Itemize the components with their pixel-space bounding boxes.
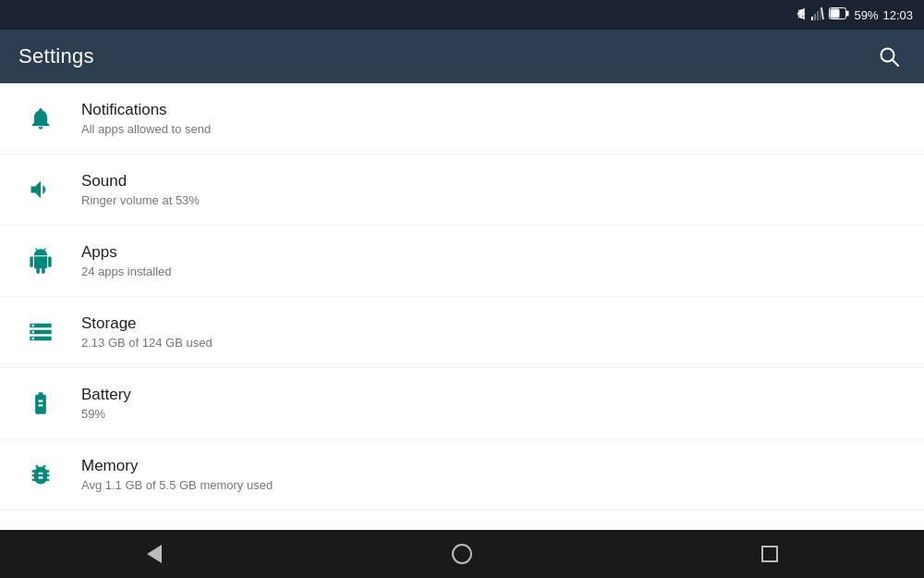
back-button[interactable] bbox=[131, 531, 177, 577]
settings-item-apps[interactable]: Apps 24 apps installed bbox=[0, 226, 924, 297]
back-icon bbox=[147, 545, 162, 563]
bottom-nav bbox=[0, 530, 924, 578]
apps-title: Apps bbox=[81, 243, 902, 262]
memory-icon bbox=[22, 456, 59, 493]
home-button[interactable] bbox=[439, 531, 485, 577]
storage-text: Storage 2.13 GB of 124 GB used bbox=[81, 314, 902, 350]
sound-subtitle: Ringer volume at 53% bbox=[81, 193, 902, 207]
notifications-icon bbox=[22, 100, 59, 137]
apps-text: Apps 24 apps installed bbox=[81, 243, 902, 278]
memory-subtitle: Avg 1.1 GB of 5.5 GB memory used bbox=[81, 478, 902, 492]
battery-title: Battery bbox=[81, 386, 902, 404]
settings-item-memory[interactable]: Memory Avg 1.1 GB of 5.5 GB memory used bbox=[0, 439, 924, 510]
signal-icon bbox=[811, 7, 824, 23]
svg-rect-8 bbox=[831, 9, 840, 18]
svg-rect-2 bbox=[814, 14, 816, 20]
memory-title: Memory bbox=[81, 457, 902, 475]
apps-subtitle: 24 apps installed bbox=[81, 264, 902, 278]
storage-icon bbox=[22, 314, 59, 350]
settings-item-battery[interactable]: Battery 59% bbox=[0, 368, 924, 439]
top-bar: Settings bbox=[0, 30, 924, 83]
svg-rect-7 bbox=[846, 11, 849, 17]
battery-percent: 59% bbox=[854, 8, 878, 22]
svg-line-10 bbox=[893, 60, 899, 67]
time: 12:03 bbox=[882, 8, 913, 22]
settings-item-storage[interactable]: Storage 2.13 GB of 124 GB used bbox=[0, 297, 924, 368]
notifications-text: Notifications All apps allowed to send bbox=[81, 101, 902, 136]
battery-setting-icon bbox=[22, 385, 59, 422]
sound-title: Sound bbox=[81, 172, 902, 191]
settings-list: Notifications All apps allowed to send S… bbox=[0, 83, 924, 578]
battery-text: Battery 59% bbox=[81, 386, 902, 421]
storage-title: Storage bbox=[81, 314, 902, 333]
sound-icon bbox=[22, 171, 59, 208]
apps-icon bbox=[22, 242, 59, 279]
settings-item-sound[interactable]: Sound Ringer volume at 53% bbox=[0, 154, 924, 226]
battery-icon bbox=[829, 7, 849, 22]
notifications-subtitle: All apps allowed to send bbox=[81, 122, 902, 136]
search-button[interactable] bbox=[872, 40, 906, 73]
battery-subtitle: 59% bbox=[81, 407, 902, 421]
storage-subtitle: 2.13 GB of 124 GB used bbox=[81, 336, 902, 350]
status-bar: 59% 12:03 bbox=[0, 0, 924, 30]
svg-rect-1 bbox=[811, 17, 813, 20]
page-title: Settings bbox=[18, 44, 94, 68]
notifications-title: Notifications bbox=[81, 101, 902, 119]
svg-rect-3 bbox=[817, 11, 819, 20]
recent-button[interactable] bbox=[747, 531, 793, 577]
status-icons: 59% 12:03 bbox=[796, 6, 913, 24]
memory-text: Memory Avg 1.1 GB of 5.5 GB memory used bbox=[81, 457, 902, 492]
bluetooth-icon bbox=[796, 6, 807, 24]
settings-item-notifications[interactable]: Notifications All apps allowed to send bbox=[0, 83, 924, 154]
svg-line-5 bbox=[821, 7, 823, 19]
home-icon bbox=[452, 544, 472, 564]
sound-text: Sound Ringer volume at 53% bbox=[81, 172, 902, 207]
recent-icon bbox=[761, 546, 778, 562]
